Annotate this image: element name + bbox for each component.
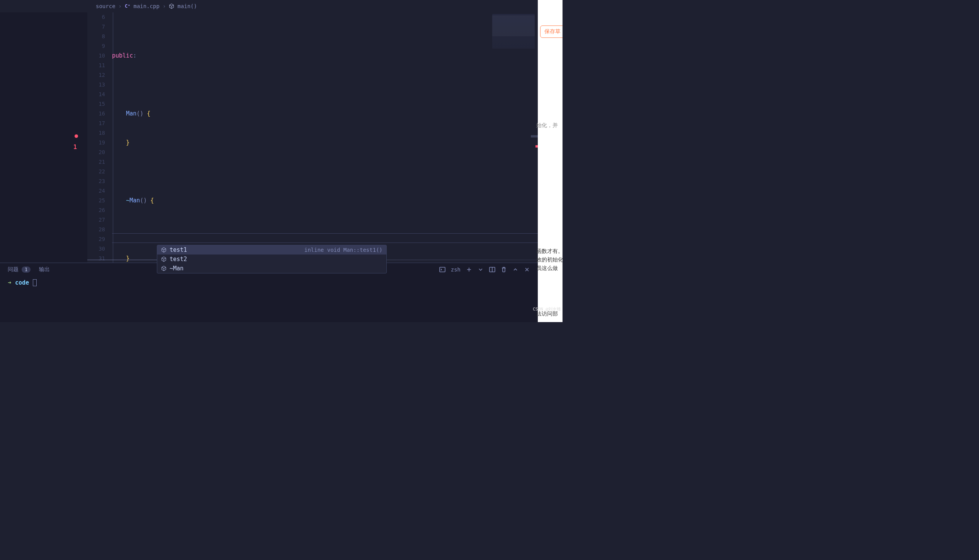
terminal-content[interactable]: ➜ code xyxy=(0,276,538,289)
breadcrumb-folder[interactable]: source xyxy=(96,3,116,9)
prompt-arrow: ➜ xyxy=(8,279,11,286)
problems-count-badge: 1 xyxy=(22,266,31,273)
split-icon[interactable] xyxy=(489,266,495,273)
breadcrumb-separator: › xyxy=(163,3,166,9)
scrollbar-thumb[interactable] xyxy=(531,135,538,137)
panel-right-controls: zsh xyxy=(439,266,530,273)
shell-name[interactable]: zsh xyxy=(451,266,461,273)
symbol-icon xyxy=(169,3,174,9)
close-icon[interactable] xyxy=(524,266,530,273)
article-text: 始化，并 xyxy=(536,122,558,129)
breadcrumb-file[interactable]: main.cpp xyxy=(133,3,159,9)
completion-detail: inline void Man::test1() xyxy=(304,247,382,253)
tab-output[interactable]: 输出 xyxy=(39,266,50,273)
completion-item-test1[interactable]: test1 inline void Man::test1() xyxy=(157,245,386,255)
minimap[interactable] xyxy=(492,14,535,49)
plus-icon[interactable] xyxy=(466,266,472,273)
activity-bar-area xyxy=(0,12,87,263)
editor-area: 1 source › C⁺ main.cpp › main() 6789 101… xyxy=(0,0,538,263)
method-icon xyxy=(161,247,167,253)
breakpoint-dot[interactable] xyxy=(75,134,78,138)
article-text: 员这么做 xyxy=(536,265,558,272)
tab-problems[interactable]: 问题 1 xyxy=(8,266,31,273)
method-icon xyxy=(161,266,167,271)
right-browser-pane xyxy=(538,0,563,322)
completion-item-destructor[interactable]: ~Man xyxy=(157,264,386,273)
code-container: 6789 10111213 14151617 18192021 22232425… xyxy=(0,12,538,263)
error-glyph: 1 xyxy=(73,144,77,151)
terminal-cwd: code xyxy=(15,279,29,286)
minimap-viewport[interactable] xyxy=(492,15,535,36)
trash-icon[interactable] xyxy=(501,266,507,273)
chevron-up-icon[interactable] xyxy=(512,266,518,273)
completion-label: test1 xyxy=(170,246,301,253)
completion-label: test2 xyxy=(170,256,382,263)
tab-output-label: 输出 xyxy=(39,266,50,273)
csdn-watermark: CSDN @刘水锋 xyxy=(533,306,561,312)
intellisense-popup[interactable]: test1 inline void Man::test1() test2 ~Ma… xyxy=(157,245,387,273)
breadcrumb-symbol[interactable]: main() xyxy=(177,3,197,9)
article-text: 效的初始化 xyxy=(536,256,563,263)
breadcrumb[interactable]: source › C⁺ main.cpp › main() xyxy=(0,0,538,12)
line-number-gutter: 6789 10111213 14151617 18192021 22232425… xyxy=(87,12,112,263)
tab-problems-label: 问题 xyxy=(8,266,19,273)
chevron-down-icon[interactable] xyxy=(478,266,484,273)
svg-rect-0 xyxy=(440,267,445,272)
completion-label: ~Man xyxy=(170,265,382,272)
code-text-area[interactable]: public: Man() { } ~Man() { } void test1(… xyxy=(112,12,538,263)
terminal-icon[interactable] xyxy=(439,266,445,273)
cpp-file-icon: C⁺ xyxy=(125,3,130,9)
save-draft-button[interactable]: 保存草 xyxy=(540,25,563,38)
method-icon xyxy=(161,256,167,262)
completion-item-test2[interactable]: test2 xyxy=(157,255,386,264)
terminal-cursor xyxy=(33,279,37,286)
breadcrumb-separator: › xyxy=(119,3,122,9)
article-text: 函数才有。 xyxy=(536,248,563,255)
